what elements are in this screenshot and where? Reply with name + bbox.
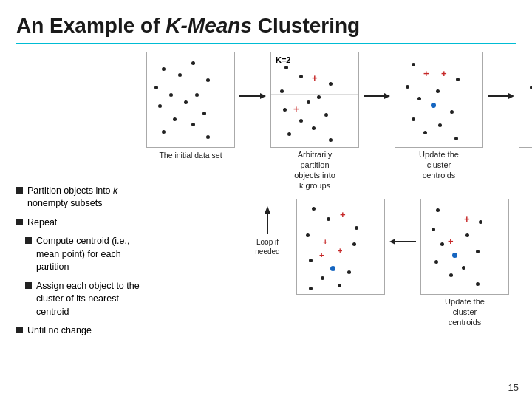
update-label-2: Update theclustercentroids xyxy=(420,296,509,328)
bullet-icon-4 xyxy=(25,282,32,289)
bullet-text-3: Compute centroid (i.e., mean point) for … xyxy=(36,235,140,274)
title-suffix: Clustering xyxy=(252,14,360,37)
arrow-right-icon-2 xyxy=(364,89,390,103)
initial-data-label: The initial data set xyxy=(146,151,235,160)
bullet-repeat: Repeat xyxy=(16,216,140,230)
diagram-row-bottom: Loop ifneeded + + + + xyxy=(146,199,532,328)
arrow-left-container xyxy=(389,236,416,248)
diagram-update2: + + xyxy=(420,199,509,328)
bullet-icon-5 xyxy=(16,327,23,333)
centroid-cross-7: + xyxy=(340,210,346,219)
diagram-reassign-top: + + xyxy=(519,52,532,158)
centroid-cross-4: + xyxy=(423,69,429,78)
loop-container: Loop ifneeded xyxy=(249,206,286,256)
bullet-icon-2 xyxy=(16,219,23,225)
diagram-box-1 xyxy=(146,52,235,148)
svg-marker-3 xyxy=(384,93,390,99)
svg-marker-7 xyxy=(265,206,270,214)
arrow-2 xyxy=(364,89,390,103)
arrow-right-icon-3 xyxy=(488,89,514,103)
diagram-update1: + + xyxy=(395,52,483,181)
diagrams-area: The initial data set K=2 + + xyxy=(146,52,532,328)
diagram-initial: The initial data set xyxy=(146,52,235,160)
svg-marker-1 xyxy=(260,93,266,99)
centroid-cross-3: + xyxy=(441,69,447,78)
bullet-compute: Compute centroid (i.e., mean point) for … xyxy=(16,235,140,274)
arrow-right-icon xyxy=(239,89,266,103)
slide-title: An Example of K-Means Clustering xyxy=(16,13,516,38)
bullet-text-2: Repeat xyxy=(27,216,140,230)
arrow-3 xyxy=(488,89,514,103)
diagram-box-4: + + xyxy=(519,52,532,148)
diagram-box-5: + + + + xyxy=(296,199,385,295)
page-number: 15 xyxy=(508,382,519,393)
arrow-1 xyxy=(239,89,266,103)
bullet-icon-3 xyxy=(25,237,32,244)
diagram-box-6: + + xyxy=(420,199,509,295)
bullet-icon-1 xyxy=(16,187,23,194)
title-italic: K-Means xyxy=(166,14,252,37)
svg-marker-5 xyxy=(508,93,514,99)
loop-label: Loop ifneeded xyxy=(255,237,279,256)
diagram-partition: K=2 + + xyxy=(270,52,359,191)
main-content: Partition objects into k nonempty subset… xyxy=(16,52,516,344)
diagram-row-top: The initial data set K=2 + + xyxy=(146,52,532,191)
title-divider xyxy=(16,43,516,44)
centroid-cross-11: + xyxy=(464,214,470,224)
centroid-cross-9: + xyxy=(319,251,324,259)
diagram-bottom-middle: + + + + xyxy=(296,199,385,295)
update-label-1: Update theclustercentroids xyxy=(395,149,483,181)
centroid-cross-1: + xyxy=(312,73,318,83)
title-prefix: An Example of xyxy=(16,14,166,37)
partition-label: Arbitrarilypartitionobjects intok groups xyxy=(270,149,359,191)
diagram-box-3: + + xyxy=(395,52,483,148)
bullet-partition: Partition objects into k nonempty subset… xyxy=(16,185,140,211)
slide-page: An Example of K-Means Clustering Partiti… xyxy=(0,0,532,399)
centroid-cross-12: + xyxy=(448,236,454,246)
centroid-cross-10: + xyxy=(338,247,342,255)
k-label: K=2 xyxy=(276,55,291,64)
arrow-left-icon xyxy=(389,236,416,248)
bullet-until: Until no change xyxy=(16,324,140,338)
bullet-text-1: Partition objects into k nonempty subset… xyxy=(27,185,140,211)
bullet-text-4: Assign each object to the cluster of its… xyxy=(36,280,140,319)
bullet-list: Partition objects into k nonempty subset… xyxy=(16,52,140,344)
centroid-cross-8: + xyxy=(323,238,327,246)
svg-marker-9 xyxy=(389,239,395,245)
bullet-text-5: Until no change xyxy=(27,324,140,338)
diagram-box-2: K=2 + + xyxy=(270,52,359,148)
bullet-assign: Assign each object to the cluster of its… xyxy=(16,280,140,319)
reassign-label: Reassign↓ objects xyxy=(519,149,532,158)
centroid-cross-2: + xyxy=(293,104,299,114)
loop-arrow-icon xyxy=(259,206,276,236)
